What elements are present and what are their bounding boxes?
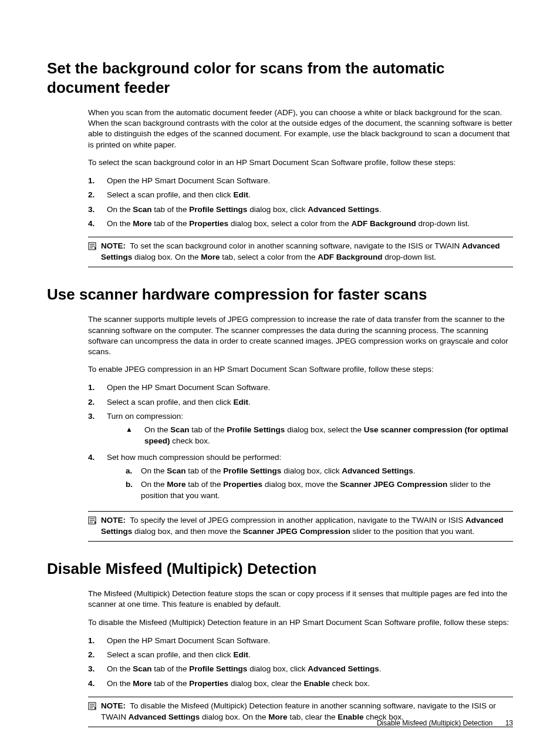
step-text: On the Scan tab of the Profile Settings … — [107, 204, 381, 216]
step-number: 1. — [88, 635, 107, 647]
step-text: On the More tab of the Properties dialog… — [141, 479, 513, 502]
page-number: 13 — [505, 719, 513, 727]
section-3-body: The Misfeed (Multipick) Detection featur… — [88, 589, 513, 727]
sub-list: a. On the Scan tab of the Profile Settin… — [126, 466, 513, 502]
list-item: 2. Select a scan profile, and then click… — [88, 396, 513, 408]
step-text: Turn on compression: — [107, 412, 183, 421]
page-footer: Disable Misfeed (Multipick) Detection 13 — [377, 719, 513, 727]
section-1-body: When you scan from the automatic documen… — [88, 107, 513, 267]
list-item: 4. Set how much compression should be pe… — [88, 452, 513, 504]
step-letter: a. — [126, 466, 141, 477]
step-number: 1. — [88, 175, 107, 187]
sub-list-item: a. On the Scan tab of the Profile Settin… — [126, 466, 513, 477]
paragraph: When you scan from the automatic documen… — [88, 107, 513, 150]
paragraph: To disable the Misfeed (Multipick) Detec… — [88, 617, 513, 628]
step-text: Select a scan profile, and then click Ed… — [107, 649, 251, 661]
step-list: 1. Open the HP Smart Document Scan Softw… — [88, 175, 513, 230]
step-text: Select a scan profile, and then click Ed… — [107, 396, 251, 408]
step-text: Open the HP Smart Document Scan Software… — [107, 635, 270, 647]
note-icon — [88, 241, 101, 253]
step-number: 1. — [88, 382, 107, 394]
step-text: On the More tab of the Properties dialog… — [107, 678, 370, 690]
list-item: 1. Open the HP Smart Document Scan Softw… — [88, 635, 513, 647]
list-item: 4. On the More tab of the Properties dia… — [88, 218, 513, 230]
note-icon — [88, 701, 101, 713]
step-letter: b. — [126, 479, 141, 502]
step-text: On the Scan tab of the Profile Settings … — [107, 663, 381, 675]
step-text: Select a scan profile, and then click Ed… — [107, 189, 251, 201]
step-text: On the More tab of the Properties dialog… — [107, 218, 470, 230]
list-item: 3. On the Scan tab of the Profile Settin… — [88, 204, 513, 216]
list-item: 3. Turn on compression: ▲ On the Scan ta… — [88, 411, 513, 449]
step-number: 2. — [88, 189, 107, 201]
step-text: On the Scan tab of the Profile Settings … — [144, 425, 513, 447]
triangle-icon: ▲ — [126, 425, 144, 447]
section-2-body: The scanner supports multiple levels of … — [88, 314, 513, 541]
list-item: 4. On the More tab of the Properties dia… — [88, 678, 513, 690]
step-content: Turn on compression: ▲ On the Scan tab o… — [107, 411, 513, 449]
sub-list-item: b. On the More tab of the Properties dia… — [126, 479, 513, 502]
list-item: 1. Open the HP Smart Document Scan Softw… — [88, 175, 513, 187]
note-icon — [88, 515, 101, 527]
step-list: 1. Open the HP Smart Document Scan Softw… — [88, 635, 513, 690]
list-item: 3. On the Scan tab of the Profile Settin… — [88, 663, 513, 675]
note-text: NOTE: To specify the level of JPEG compr… — [101, 515, 513, 537]
step-number: 3. — [88, 663, 107, 675]
step-text: Set how much compression should be perfo… — [107, 453, 281, 462]
list-item: 1. Open the HP Smart Document Scan Softw… — [88, 382, 513, 394]
step-number: 4. — [88, 678, 107, 690]
document-page: Set the background color for scans from … — [0, 0, 560, 746]
step-number: 2. — [88, 649, 107, 661]
heading-section-3: Disable Misfeed (Multipick) Detection — [47, 559, 513, 579]
paragraph: To enable JPEG compression in an HP Smar… — [88, 364, 513, 375]
step-number: 3. — [88, 411, 107, 449]
heading-section-1: Set the background color for scans from … — [47, 59, 513, 97]
list-item: 2. Select a scan profile, and then click… — [88, 649, 513, 661]
step-number: 2. — [88, 396, 107, 408]
note-box: NOTE: To specify the level of JPEG compr… — [88, 511, 513, 542]
heading-section-2: Use scanner hardware compression for fas… — [47, 285, 513, 304]
note-box: NOTE: To set the scan background color i… — [88, 237, 513, 267]
step-number: 4. — [88, 452, 107, 504]
step-content: Set how much compression should be perfo… — [107, 452, 513, 504]
step-text: Open the HP Smart Document Scan Software… — [107, 382, 270, 394]
paragraph: The scanner supports multiple levels of … — [88, 314, 513, 357]
sub-list: ▲ On the Scan tab of the Profile Setting… — [126, 425, 513, 447]
note-text: NOTE: To set the scan background color i… — [101, 241, 513, 263]
paragraph: The Misfeed (Multipick) Detection featur… — [88, 589, 513, 610]
step-text: Open the HP Smart Document Scan Software… — [107, 175, 270, 187]
step-number: 3. — [88, 204, 107, 216]
footer-title: Disable Misfeed (Multipick) Detection — [377, 719, 492, 727]
step-text: On the Scan tab of the Profile Settings … — [141, 466, 415, 477]
list-item: 2. Select a scan profile, and then click… — [88, 189, 513, 201]
paragraph: To select the scan background color in a… — [88, 157, 513, 168]
step-number: 4. — [88, 218, 107, 230]
step-list: 1. Open the HP Smart Document Scan Softw… — [88, 382, 513, 503]
sub-list-item: ▲ On the Scan tab of the Profile Setting… — [126, 425, 513, 447]
